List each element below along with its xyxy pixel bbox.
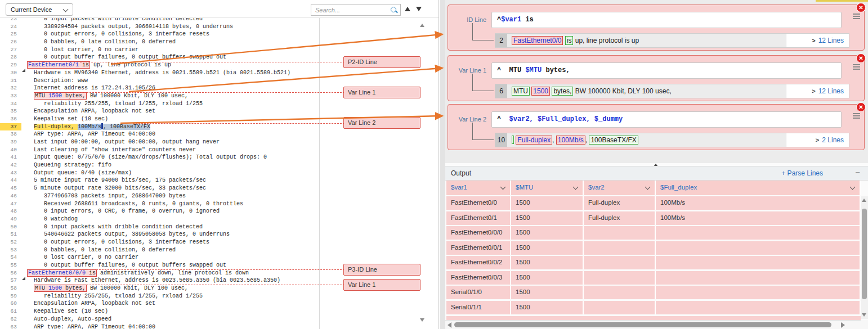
minimize-icon[interactable]: −: [855, 168, 860, 177]
pattern-input[interactable]: ^ $var2, $Full_duplex, $_dummy: [491, 111, 842, 128]
line-number: 23: [0, 18, 21, 23]
row-text: BW 100000 Kbit, DLY 100 usec,: [573, 87, 671, 95]
chevron-down-icon[interactable]: [573, 184, 579, 190]
scroll-thumb[interactable]: [454, 322, 831, 327]
pattern-input[interactable]: ^ MTU $MTU bytes,: [491, 62, 842, 79]
menu-icon[interactable]: [853, 113, 860, 119]
code-line[interactable]: 54 0 lost carrier, 0 no carrier: [0, 254, 417, 262]
code-line[interactable]: 50 0 input packets with dribble conditio…: [0, 223, 417, 231]
table-cell: 1500: [511, 271, 584, 285]
code-text: Queueing strategy: fifo: [27, 162, 111, 168]
h-scrollbar[interactable]: [445, 320, 861, 329]
lines-link[interactable]: >12 Lines: [786, 84, 849, 98]
matched-token-box: MTU 1500 bytes,: [34, 92, 87, 100]
scroll-up-icon[interactable]: [862, 199, 866, 202]
editor-divider: [319, 18, 320, 329]
code-line[interactable]: 39 Last input 00:00:00, output 00:00:00,…: [0, 138, 417, 146]
code-line[interactable]: 62 Auto-duplex, Auto-speed: [0, 316, 417, 323]
matched-token: bytes,: [552, 87, 573, 96]
code-line[interactable]: 26 0 babbles, 0 late collision, 0 deferr…: [0, 38, 417, 46]
annotation-label: P3-ID Line: [343, 264, 420, 276]
line-number: 29: [0, 61, 21, 69]
code-line[interactable]: 34 reliability 255/255, txload 1/255, rx…: [0, 100, 417, 108]
output-title: Output: [451, 169, 471, 177]
code-line[interactable]: 35 Encapsulation ARPA, loopback not set: [0, 107, 417, 115]
code-text: [27, 93, 34, 99]
search-input[interactable]: [314, 6, 387, 15]
code-line[interactable]: 44 5 minute input rate 94000 bits/sec, 1…: [0, 177, 417, 184]
table-row: FastEthernet0/0/01500: [446, 226, 861, 240]
code-text: 0 input packets with dribble condition d…: [27, 18, 203, 22]
code-line[interactable]: 52 0 output errors, 0 collisions, 3 inte…: [0, 238, 417, 246]
code-text: Keepalive set (10 sec): [27, 308, 108, 314]
code-line[interactable]: 51 540646622 packets output, 3895058058 …: [0, 231, 417, 238]
highlighted-token: 1500: [48, 93, 62, 99]
code-line[interactable]: 23 0 input packets with dribble conditio…: [0, 18, 417, 23]
scroll-down-icon[interactable]: [862, 313, 866, 317]
code-line[interactable]: 41 Input queue: 0/75/0/0 (size/max/drops…: [0, 154, 417, 161]
code-text: Hardware is Fast Ethernet, address is 00…: [27, 277, 280, 283]
code-line[interactable]: 49 0 watchdog: [0, 215, 417, 223]
scroll-left-icon[interactable]: [448, 322, 451, 328]
code-text: 540646622 packets output, 3895058058 byt…: [27, 231, 230, 237]
code-line[interactable]: 30 Hardware is MV96340 Ethernet, address…: [0, 69, 417, 77]
code-line[interactable]: 24 3389294584 packets output, 3066914118…: [0, 23, 417, 31]
line-number: 39: [0, 138, 21, 146]
column-header[interactable]: $MTU: [511, 181, 584, 195]
line-number: 58: [0, 285, 21, 292]
code-line[interactable]: 59 reliability 255/255, txload 1/255, rx…: [0, 292, 417, 300]
column-header[interactable]: $var2: [584, 181, 656, 195]
lines-link[interactable]: >2 Lines: [786, 133, 849, 147]
close-icon[interactable]: ✕: [856, 102, 866, 112]
table-cell: [584, 286, 656, 299]
chevron-down-icon[interactable]: [850, 184, 856, 190]
code-line[interactable]: 60 Encapsulation ARPA, loopback not set: [0, 300, 417, 308]
annotation-label: Var Line 1: [343, 87, 420, 98]
code-text: 0 lost carrier, 0 no carrier: [27, 254, 138, 260]
code-text: administratively down, line protocol is …: [97, 270, 249, 276]
search-prev-icon[interactable]: [405, 7, 410, 11]
code-line[interactable]: 46 3774966703 packets input, 2688647009 …: [0, 192, 417, 200]
scroll-right-icon[interactable]: [841, 322, 845, 328]
v-scrollbar[interactable]: [861, 196, 868, 319]
parse-lines-link[interactable]: + Parse Lines: [781, 169, 823, 177]
chevron-down-icon[interactable]: [500, 184, 506, 190]
table-cell: Full-duplex: [584, 211, 656, 225]
code-line[interactable]: 47 Received 2688611 broadcasts, 0 runts,…: [0, 200, 417, 208]
lines-link[interactable]: >12 Lines: [786, 34, 849, 47]
search-next-icon[interactable]: [416, 7, 422, 11]
code-line[interactable]: 45 5 minute output rate 32000 bits/sec, …: [0, 184, 417, 192]
close-icon[interactable]: ✕: [856, 3, 866, 12]
table-row: FastEthernet0/11500Full-duplex100Mb/s: [446, 211, 861, 225]
code-line[interactable]: 48 0 input errors, 0 CRC, 0 frame, 0 ove…: [0, 208, 417, 215]
scroll-thumb[interactable]: [862, 209, 867, 299]
line-number: 24: [0, 23, 21, 31]
search-icon[interactable]: [390, 6, 397, 13]
scroll-down-icon[interactable]: [420, 318, 424, 322]
menu-icon[interactable]: [853, 13, 860, 20]
annotation-label: Var Line 2: [343, 117, 420, 129]
pattern-variable: $MTU: [525, 66, 542, 74]
code-line[interactable]: 31 Description: www: [0, 77, 417, 85]
device-selector[interactable]: Current Device: [6, 3, 73, 16]
column-header[interactable]: $Full_duplex: [656, 181, 861, 195]
output-header: Output + Parse Lines −: [445, 166, 868, 181]
code-line[interactable]: 61 Keepalive set (10 sec): [0, 308, 417, 316]
menu-icon[interactable]: [853, 64, 860, 70]
code-line[interactable]: 25 0 output errors, 0 collisions, 3 inte…: [0, 30, 417, 38]
code-line[interactable]: 38 ARP type: ARPA, ARP Timeout 04:00:00: [0, 130, 417, 138]
code-line[interactable]: 42 Queueing strategy: fifo: [0, 161, 417, 169]
line-number: 51: [0, 231, 21, 238]
code-line[interactable]: 63 ARP type: ARPA, ARP Timeout 04:00:00: [0, 323, 417, 329]
chevron-down-icon[interactable]: [645, 184, 651, 190]
close-icon[interactable]: ✕: [856, 53, 866, 63]
code-line[interactable]: 40 Last clearing of "show interface" cou…: [0, 146, 417, 154]
code-line[interactable]: 27 0 lost carrier, 0 no carrier: [0, 46, 417, 54]
code-text: 0 lost carrier, 0 no carrier: [27, 47, 138, 53]
column-header[interactable]: $var1: [446, 181, 511, 195]
code-line[interactable]: 53 0 babbles, 0 late collision, 0 deferr…: [0, 246, 417, 254]
table-row: FastEthernet0/0/21500: [446, 256, 861, 269]
scroll-up-icon[interactable]: [420, 24, 424, 27]
code-line[interactable]: 43 Output queue: 0/40 (size/max): [0, 169, 417, 177]
pattern-input[interactable]: ^$var1 is: [491, 12, 842, 28]
